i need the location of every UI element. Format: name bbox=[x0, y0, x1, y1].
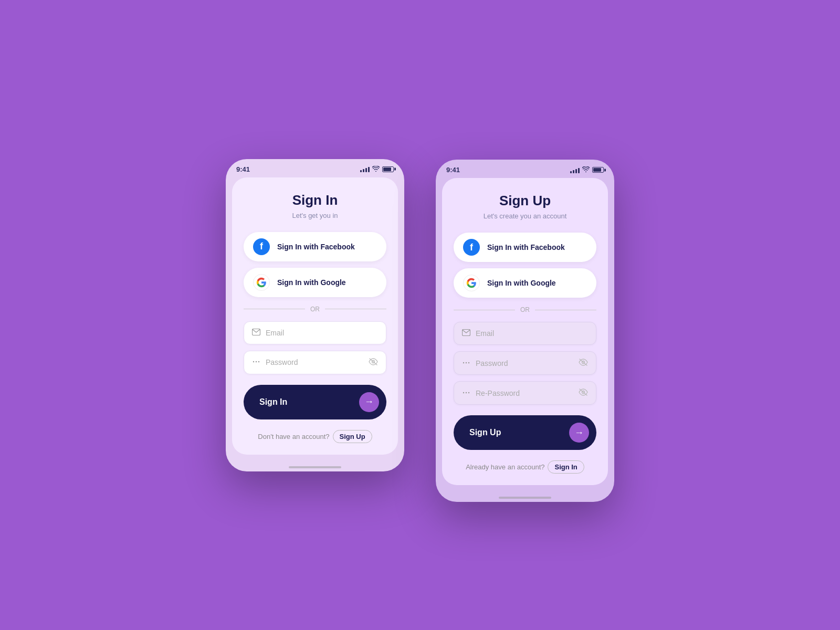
home-indicator-signin bbox=[289, 466, 341, 468]
signup-content: Sign Up Let's create you an account f Si… bbox=[442, 178, 608, 485]
password-input-signup[interactable] bbox=[476, 359, 579, 368]
facebook-signin-button[interactable]: f Sign In with Facebook bbox=[244, 232, 386, 261]
signin-bottom-text: Don't have an account? Sign Up bbox=[244, 430, 386, 443]
status-bar-signup: 9:41 bbox=[436, 160, 614, 178]
time-signin: 9:41 bbox=[236, 165, 250, 173]
signup-bottom-text: Already have an account? Sign In bbox=[454, 460, 596, 474]
signin-submit-button[interactable]: Sign In → bbox=[244, 385, 386, 419]
svg-point-2 bbox=[256, 361, 257, 362]
battery-icon-2 bbox=[592, 167, 604, 173]
facebook-signup-button[interactable]: f Sign In with Facebook bbox=[454, 233, 596, 262]
email-field-signup[interactable] bbox=[454, 322, 596, 345]
google-signup-button[interactable]: Sign In with Google bbox=[454, 268, 596, 298]
time-signup: 9:41 bbox=[446, 166, 460, 174]
password-field-signup[interactable] bbox=[454, 351, 596, 375]
facebook-icon: f bbox=[253, 238, 270, 255]
svg-point-9 bbox=[468, 362, 469, 363]
wifi-icon bbox=[372, 166, 380, 173]
repassword-field-signup[interactable] bbox=[454, 381, 596, 405]
signup-submit-label: Sign Up bbox=[469, 428, 501, 437]
signin-phone: 9:41 Sign In Let's get you bbox=[226, 159, 404, 471]
google-signin-label: Sign In with Google bbox=[277, 278, 346, 287]
status-icons-signup bbox=[570, 166, 604, 173]
google-signup-label: Sign In with Google bbox=[487, 279, 556, 287]
signup-link[interactable]: Sign Up bbox=[333, 430, 372, 443]
repassword-icon bbox=[462, 389, 470, 397]
svg-point-12 bbox=[463, 392, 464, 393]
signin-arrow-icon: → bbox=[359, 392, 379, 412]
password-icon-2 bbox=[462, 359, 470, 368]
email-input-signin[interactable] bbox=[266, 329, 378, 337]
svg-point-3 bbox=[258, 361, 259, 362]
eye-icon-signup[interactable] bbox=[579, 359, 588, 368]
signin-title: Sign In bbox=[244, 192, 386, 208]
signal-icon-2 bbox=[570, 167, 580, 173]
facebook-icon-2: f bbox=[463, 239, 480, 256]
signin-subtitle: Let's get you in bbox=[244, 212, 386, 219]
divider-text-signin: OR bbox=[310, 306, 320, 313]
svg-point-7 bbox=[463, 362, 464, 363]
signin-link[interactable]: Sign In bbox=[548, 460, 584, 474]
svg-point-13 bbox=[466, 392, 467, 393]
svg-point-1 bbox=[253, 361, 254, 362]
signup-arrow-icon: → bbox=[569, 423, 589, 443]
wifi-icon-2 bbox=[582, 166, 590, 173]
status-bar-signin: 9:41 bbox=[226, 159, 404, 177]
password-input-signin[interactable] bbox=[266, 358, 369, 366]
facebook-signin-label: Sign In with Facebook bbox=[277, 243, 355, 251]
signin-submit-label: Sign In bbox=[259, 397, 287, 407]
divider-text-signup: OR bbox=[520, 306, 530, 313]
eye-icon-repassword[interactable] bbox=[579, 388, 588, 397]
password-field-signin[interactable] bbox=[244, 351, 386, 374]
signup-title: Sign Up bbox=[454, 193, 596, 209]
signin-content: Sign In Let's get you in f Sign In with … bbox=[232, 177, 398, 455]
email-icon-2 bbox=[462, 329, 470, 338]
email-input-signup[interactable] bbox=[476, 329, 588, 338]
google-signin-button[interactable]: Sign In with Google bbox=[244, 268, 386, 297]
signup-submit-button[interactable]: Sign Up → bbox=[454, 415, 596, 450]
repassword-input-signup[interactable] bbox=[476, 389, 579, 397]
divider-signup: OR bbox=[454, 306, 596, 313]
signup-prompt: Already have an account? bbox=[466, 463, 544, 471]
password-icon bbox=[252, 358, 260, 366]
signin-prompt: Don't have an account? bbox=[258, 433, 329, 440]
divider-signin: OR bbox=[244, 306, 386, 313]
signal-icon bbox=[360, 166, 370, 172]
svg-point-8 bbox=[466, 362, 467, 363]
signup-subtitle: Let's create you an account bbox=[454, 212, 596, 220]
google-icon bbox=[253, 274, 270, 291]
email-field-signin[interactable] bbox=[244, 321, 386, 344]
home-indicator-signup bbox=[499, 497, 551, 499]
email-icon bbox=[252, 329, 260, 337]
facebook-signup-label: Sign In with Facebook bbox=[487, 243, 565, 251]
eye-icon-signin[interactable] bbox=[369, 358, 378, 367]
battery-icon bbox=[382, 166, 394, 172]
status-icons-signin bbox=[360, 166, 394, 173]
signup-phone: 9:41 Sign Up Let's create bbox=[436, 160, 614, 502]
svg-point-14 bbox=[468, 392, 469, 393]
google-icon-2 bbox=[463, 275, 480, 291]
